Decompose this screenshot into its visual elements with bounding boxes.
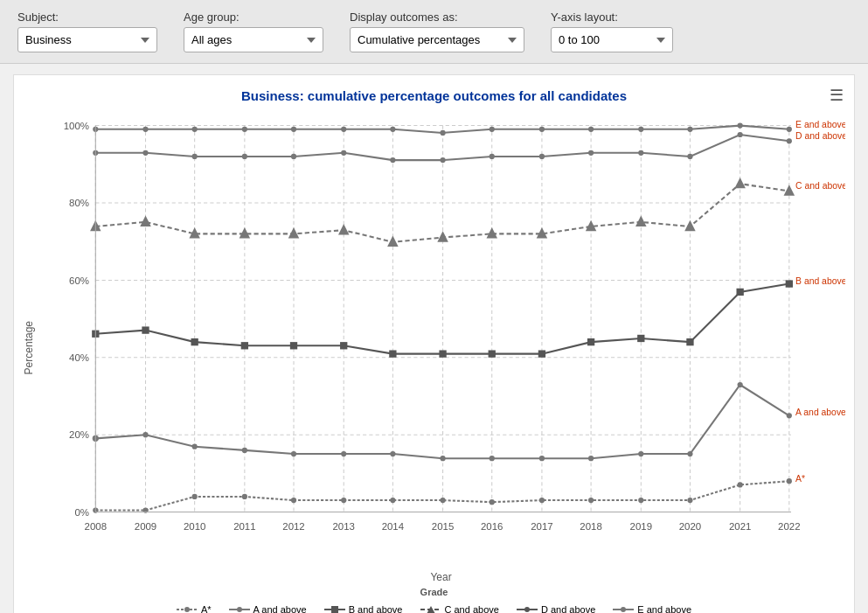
main-chart-svg: .grid-line { stroke: #ccc; stroke-dashar…	[37, 112, 845, 567]
svg-text:20%: 20%	[69, 429, 89, 440]
svg-point-61	[242, 154, 247, 159]
svg-point-134	[687, 498, 692, 503]
svg-point-67	[539, 154, 545, 159]
svg-rect-93	[241, 342, 248, 349]
svg-rect-97	[439, 350, 446, 357]
legend-item-c-above: C and above	[420, 604, 499, 613]
y-axis-label: Percentage	[23, 321, 35, 374]
hamburger-icon[interactable]: ☰	[830, 86, 844, 105]
svg-point-131	[539, 498, 545, 503]
svg-point-48	[390, 127, 395, 132]
chart-title: Business: cumulative percentage outcomes…	[23, 88, 845, 103]
svg-point-108	[192, 444, 198, 449]
svg-point-136	[787, 478, 792, 484]
legend-item-astar: A*	[177, 604, 212, 613]
svg-marker-85	[635, 216, 646, 226]
svg-point-133	[638, 498, 643, 503]
svg-text:2013: 2013	[332, 521, 354, 532]
svg-point-54	[687, 127, 692, 132]
y-axis-layout-select[interactable]: 0 to 100 0 to 50	[551, 27, 673, 52]
age-group-select[interactable]: All ages 16 17 18	[184, 27, 323, 52]
svg-rect-94	[290, 342, 297, 349]
svg-rect-100	[587, 338, 594, 345]
age-group-label: Age group:	[184, 10, 323, 24]
legend-item-b-above: B and above	[324, 604, 403, 613]
svg-text:80%: 80%	[69, 198, 89, 208]
legend-line-astar	[177, 605, 198, 613]
svg-point-45	[242, 127, 247, 132]
svg-point-49	[440, 130, 445, 136]
legend-item-e-above: E and above	[613, 604, 691, 613]
svg-point-63	[341, 150, 346, 156]
svg-marker-80	[387, 235, 398, 246]
svg-point-68	[588, 150, 594, 156]
legend-line-c-above	[420, 605, 441, 613]
svg-point-151	[621, 607, 626, 612]
svg-point-129	[440, 498, 445, 503]
legend-label-b-above: B and above	[349, 604, 403, 613]
svg-point-64	[390, 157, 395, 163]
legend-item-d-above: D and above	[517, 604, 595, 613]
svg-point-59	[142, 150, 148, 156]
svg-text:2016: 2016	[481, 521, 503, 532]
svg-text:2022: 2022	[778, 521, 800, 532]
svg-text:2008: 2008	[85, 521, 107, 532]
chart-legend: A* A and above B and above	[23, 604, 845, 613]
legend-label-c-above: C and above	[445, 604, 499, 613]
svg-point-135	[738, 482, 743, 487]
svg-point-62	[291, 154, 296, 159]
svg-point-51	[539, 127, 545, 132]
svg-point-125	[242, 494, 247, 499]
subject-select[interactable]: Business Maths English Science	[17, 27, 157, 52]
display-outcomes-control: Display outcomes as: Cumulative percenta…	[350, 10, 524, 52]
chart-inner: .grid-line { stroke: #ccc; stroke-dashar…	[37, 112, 845, 583]
svg-point-117	[638, 451, 643, 456]
svg-point-143	[237, 607, 242, 612]
svg-point-127	[341, 498, 346, 503]
svg-point-52	[588, 127, 594, 132]
svg-marker-75	[140, 216, 150, 226]
subject-label: Subject:	[17, 10, 157, 24]
svg-text:2015: 2015	[432, 521, 454, 532]
svg-text:2009: 2009	[135, 521, 156, 532]
svg-rect-103	[737, 289, 744, 296]
svg-rect-104	[786, 280, 793, 287]
chart-area: Percentage .grid-line { stroke: #ccc; st…	[23, 112, 845, 583]
svg-point-128	[390, 498, 395, 503]
svg-rect-145	[331, 606, 338, 613]
svg-point-50	[490, 127, 495, 132]
svg-point-53	[638, 127, 643, 132]
svg-point-112	[390, 451, 395, 456]
svg-point-126	[291, 498, 296, 503]
svg-rect-101	[637, 335, 644, 342]
display-outcomes-select[interactable]: Cumulative percentages Individual percen…	[350, 27, 524, 52]
legend-line-d-above	[517, 605, 538, 613]
chart-container: Business: cumulative percentage outcomes…	[13, 74, 855, 613]
svg-point-44	[192, 127, 198, 132]
svg-text:100%: 100%	[64, 121, 89, 131]
svg-marker-86	[684, 220, 695, 231]
svg-point-116	[588, 456, 594, 461]
svg-text:B and above: B and above	[795, 276, 845, 286]
svg-text:A*: A*	[795, 474, 805, 484]
svg-point-47	[341, 127, 346, 132]
svg-point-110	[291, 451, 296, 456]
svg-point-141	[184, 607, 190, 612]
display-outcomes-label: Display outcomes as:	[350, 10, 524, 24]
legend-label-e-above: E and above	[637, 604, 691, 613]
svg-text:2018: 2018	[580, 521, 601, 532]
svg-text:0%: 0%	[74, 507, 89, 518]
y-axis-layout-label: Y-axis layout:	[551, 10, 673, 24]
svg-marker-79	[338, 224, 349, 234]
svg-text:2014: 2014	[382, 521, 405, 532]
svg-text:2017: 2017	[531, 521, 552, 532]
svg-text:C and above: C and above	[795, 181, 845, 191]
svg-text:40%: 40%	[69, 352, 89, 363]
legend-grade-label: Grade	[23, 587, 845, 597]
svg-text:2021: 2021	[729, 521, 751, 532]
svg-point-55	[738, 122, 743, 128]
svg-point-70	[687, 154, 692, 159]
x-axis-label: Year	[37, 571, 845, 583]
svg-text:E and above: E and above	[795, 120, 845, 129]
svg-point-107	[142, 432, 148, 437]
